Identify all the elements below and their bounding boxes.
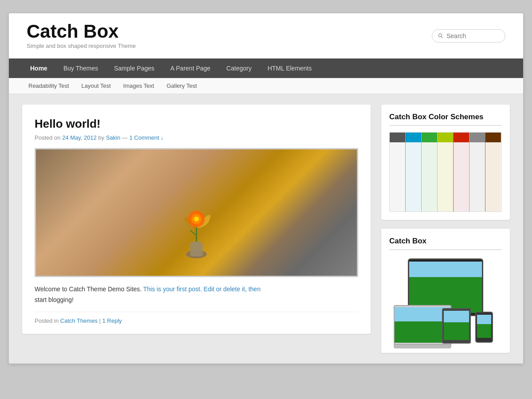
search-form[interactable] [432,29,505,43]
nav-item-parent-page[interactable]: A Parent Page [162,59,218,78]
subnav-item-images-text[interactable]: Images Text [117,78,160,94]
cs-strip-gray [469,133,485,211]
cs-content-gray [469,142,485,211]
post-comment-link: 1 Comment ↓ [129,134,164,141]
cs-header-brown [485,133,501,142]
site-wrapper: Catch Box Simple and box shaped responsi… [9,13,523,364]
post-card: Hello world! Posted on 24 May, 2012 by S… [22,105,371,334]
device-phone-screen [477,315,491,338]
site-description: Simple and box shaped responsive Theme [27,43,136,49]
cs-strip-brown [485,133,501,211]
widget-catchbox-title: Catch Box [389,237,502,250]
nav-item-sample-pages[interactable]: Sample Pages [106,59,162,78]
cs-content-yellow [438,142,453,211]
site-branding: Catch Box Simple and box shaped responsi… [27,22,136,49]
post-meta: Posted on 24 May, 2012 by Sakin — 1 Comm… [35,134,358,141]
widget-color-schemes-title: Catch Box Color Schemes [389,113,502,126]
main-column: Hello world! Posted on 24 May, 2012 by S… [22,105,371,353]
nav-item-category[interactable]: Category [219,59,260,78]
widget-color-schemes: Catch Box Color Schemes [381,105,510,220]
sidebar: Catch Box Color Schemes [381,105,510,353]
cs-header-default [390,133,405,142]
nav-item-home[interactable]: Home [22,59,55,78]
cs-header-green [422,133,437,142]
cs-content-blue [406,142,421,211]
cs-strip-red [454,133,469,211]
post-image-wrapper [35,148,358,277]
post-title: Hello world! [35,117,358,131]
catchbox-device-image [389,256,502,345]
post-image [36,149,357,276]
cs-header-blue [406,133,421,142]
cs-header-gray [469,133,485,142]
search-icon [438,33,444,39]
device-tablet [442,308,471,344]
cs-strip-blue [406,133,422,211]
widget-catchbox: Catch Box [381,229,510,353]
cs-strip-yellow [438,133,454,211]
cs-content-default [390,142,405,211]
device-tablet-screen [444,311,469,340]
cs-strip-default [390,133,406,211]
devices-container [389,258,502,345]
post-image-illustration [170,200,223,262]
color-scheme-strips [390,133,501,211]
cs-content-green [422,142,437,211]
secondary-nav: Readability Test Layout Test Images Text… [9,78,523,94]
svg-point-0 [438,34,442,37]
post-author: Sakin [106,134,121,141]
subnav-item-layout[interactable]: Layout Test [75,78,117,94]
search-input[interactable] [446,32,500,39]
nav-item-buy-themes[interactable]: Buy Themes [55,59,106,78]
svg-line-1 [441,36,442,38]
cs-content-brown [485,142,501,211]
device-phone [475,312,493,343]
main-content-area: Hello world! Posted on 24 May, 2012 by S… [9,94,523,364]
svg-point-11 [194,216,199,221]
site-header: Catch Box Simple and box shaped responsi… [9,13,523,59]
post-footer: Posted in Catch Themes | 1 Reply [35,312,358,324]
subnav-item-gallery-test[interactable]: Gallery Test [160,78,203,94]
svg-line-5 [190,230,196,235]
color-schemes-image [389,132,502,212]
cs-header-red [454,133,469,142]
svg-rect-3 [190,242,203,256]
cs-strip-green [422,133,438,211]
site-title[interactable]: Catch Box [27,22,136,41]
nav-item-html-elements[interactable]: HTML Elements [259,59,320,78]
post-date: 24 May, 2012 [62,134,97,141]
cs-header-yellow [438,133,453,142]
cs-content-red [454,142,469,211]
primary-nav: Home Buy Themes Sample Pages A Parent Pa… [9,59,523,78]
device-laptop-base [394,345,451,348]
subnav-item-readability[interactable]: Readability Test [22,78,75,94]
post-content: Welcome to Catch Theme Demo Sites. This … [35,284,358,305]
